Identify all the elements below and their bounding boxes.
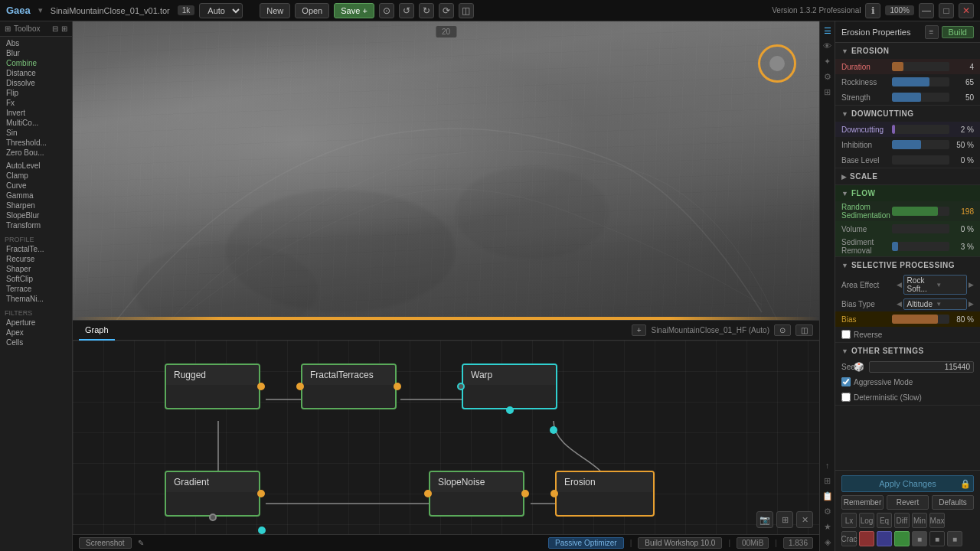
fi-lx[interactable]: Lx — [841, 513, 857, 528]
build-button[interactable]: Build — [942, 26, 974, 38]
downcutting-bar[interactable] — [892, 125, 949, 134]
tool-softclip[interactable]: SoftClip — [3, 274, 69, 284]
toolbox-view-icon2[interactable]: ⊞ — [61, 24, 67, 33]
build-workshop-btn[interactable]: Build Workshop 10.0 — [638, 537, 722, 549]
fi-diff[interactable]: Diff — [894, 513, 910, 528]
inhibition-bar[interactable] — [892, 140, 949, 149]
tool-terrace[interactable]: Terrace — [3, 284, 69, 294]
deterministic-checkbox[interactable] — [841, 393, 851, 402]
fi-sq1[interactable]: ■ — [912, 531, 927, 546]
tool-flip[interactable]: Flip — [3, 88, 69, 98]
tool-clamp[interactable]: Clamp — [3, 171, 69, 181]
ri-settings-icon[interactable]: ⚙ — [822, 70, 834, 83]
seed-input[interactable] — [869, 361, 974, 373]
random-sed-bar[interactable] — [892, 207, 949, 216]
toolbox-view-icon1[interactable]: ⊟ — [52, 24, 58, 33]
defaults-button[interactable]: Defaults — [932, 495, 974, 510]
fi-clr2[interactable] — [877, 531, 892, 546]
info-icon[interactable]: ℹ — [865, 3, 880, 18]
tool-themani[interactable]: ThemaNi... — [3, 294, 69, 304]
tool-distance[interactable]: Distance — [3, 68, 69, 78]
graph-tool-zoom-reset[interactable]: ⊞ — [776, 511, 793, 528]
apply-changes-button[interactable]: Apply Changes — [841, 475, 974, 492]
tool-aperture[interactable]: Aperture — [3, 318, 69, 328]
tool-fx[interactable]: Fx — [3, 98, 69, 108]
fi-clr1[interactable] — [859, 531, 874, 546]
remember-button[interactable]: Remember — [841, 495, 884, 510]
downcutting-header[interactable]: ▼ DOWNCUTTING — [835, 106, 980, 122]
topbar-icon3[interactable]: ↻ — [419, 3, 434, 18]
new-button[interactable]: New — [260, 3, 290, 18]
bias-type-left-arrow[interactable]: ◀ — [897, 300, 902, 308]
tool-autolevel[interactable]: AutoLevel — [3, 161, 69, 171]
area-effect-dropdown[interactable]: Rock Soft... ▼ — [903, 275, 967, 295]
node-fractalterraces[interactable]: FractalTerraces — [301, 364, 397, 409]
ri-bottom-icon6[interactable]: ◈ — [822, 536, 834, 548]
tool-sin[interactable]: Sin — [3, 128, 69, 138]
rockiness-bar[interactable] — [892, 77, 949, 86]
tool-multisco[interactable]: MultiCo... — [3, 118, 69, 128]
fi-max[interactable]: Max — [929, 513, 945, 528]
sed-removal-bar[interactable] — [892, 242, 949, 251]
fi-min[interactable]: Min — [912, 513, 927, 528]
baselevel-bar[interactable] — [892, 155, 949, 165]
save-button[interactable]: Save + — [334, 3, 374, 18]
flow-header[interactable]: ▼ FLOW — [835, 185, 980, 201]
tool-abs[interactable]: Abs — [3, 38, 69, 48]
strength-bar[interactable] — [892, 93, 949, 102]
fi-log[interactable]: Log — [859, 513, 874, 528]
topbar-icon2[interactable]: ↺ — [399, 3, 414, 18]
topbar-icon1[interactable]: ⊙ — [379, 3, 394, 18]
node-slopenoise[interactable]: SlopeNoise — [429, 471, 524, 517]
volume-bar[interactable] — [892, 224, 949, 233]
area-effect-right-arrow[interactable]: ▶ — [969, 281, 974, 289]
topbar-icon5[interactable]: ◫ — [459, 3, 474, 18]
tool-threshold[interactable]: Threshold... — [3, 138, 69, 148]
ri-eye-icon[interactable]: 👁 — [822, 40, 834, 52]
passive-optimizer-btn[interactable]: Passive Optimizer — [548, 537, 624, 549]
revert-button[interactable]: Revert — [887, 495, 929, 510]
tool-recurse[interactable]: Recurse — [3, 254, 69, 264]
tool-transform[interactable]: Transform — [3, 220, 69, 230]
duration-bar[interactable] — [892, 62, 949, 71]
erosion-header[interactable]: ▼ EROSION — [835, 43, 980, 59]
tool-invert[interactable]: Invert — [3, 108, 69, 118]
ri-bottom-icon2[interactable]: ⊞ — [822, 474, 834, 487]
ri-bottom-icon4[interactable]: ⚙ — [822, 505, 834, 517]
graph-icon1[interactable]: ⊙ — [774, 324, 791, 336]
node-warp[interactable]: Warp — [462, 364, 557, 409]
tool-fractalte[interactable]: FractalTe... — [3, 244, 69, 254]
bias-type-right-arrow[interactable]: ▶ — [969, 300, 974, 308]
node-erosion[interactable]: Erosion — [555, 471, 655, 517]
tool-curve[interactable]: Curve — [3, 181, 69, 191]
ri-bottom-icon1[interactable]: ↑ — [822, 459, 834, 471]
graph-tab[interactable]: Graph — [79, 321, 115, 341]
tool-combine[interactable]: Combine — [3, 58, 69, 68]
bias-bar[interactable] — [892, 315, 949, 324]
scale-header[interactable]: ▶ SCALE — [835, 168, 980, 184]
mode-dropdown[interactable]: Auto — [199, 3, 243, 18]
tool-zerobou[interactable]: Zero Bou... — [3, 148, 69, 158]
tool-gamma[interactable]: Gamma — [3, 191, 69, 201]
reverse-checkbox[interactable] — [841, 330, 851, 339]
graph-tool-fit[interactable]: ✕ — [796, 511, 813, 528]
tool-cells[interactable]: Cells — [3, 337, 69, 347]
tool-shaper[interactable]: Shaper — [3, 264, 69, 274]
tool-sharpen[interactable]: Sharpen — [3, 201, 69, 210]
ri-light-icon[interactable]: ✦ — [822, 55, 834, 67]
aggressive-checkbox[interactable] — [841, 377, 851, 386]
selective-header[interactable]: ▼ SELECTIVE PROCESSING — [835, 257, 980, 273]
graph-tool-screenshot[interactable]: 📷 — [756, 511, 773, 528]
close-icon[interactable]: ✕ — [959, 3, 974, 18]
fi-sq2[interactable]: ■ — [929, 531, 945, 546]
tool-apex[interactable]: Apex — [3, 328, 69, 337]
tool-slopeblur[interactable]: SlopeBlur — [3, 210, 69, 220]
ri-bottom-icon3[interactable]: 📋 — [822, 490, 834, 502]
fi-sq3[interactable]: ■ — [947, 531, 962, 546]
graph-add-btn[interactable]: + — [632, 324, 647, 336]
minimize-icon[interactable]: — — [919, 3, 934, 18]
ri-properties-icon[interactable]: ☰ — [822, 24, 834, 37]
area-effect-left-arrow[interactable]: ◀ — [897, 281, 902, 289]
graph-canvas[interactable]: Rugged FractalTerraces — [73, 341, 819, 534]
props-menu-icon[interactable]: ≡ — [925, 25, 939, 39]
